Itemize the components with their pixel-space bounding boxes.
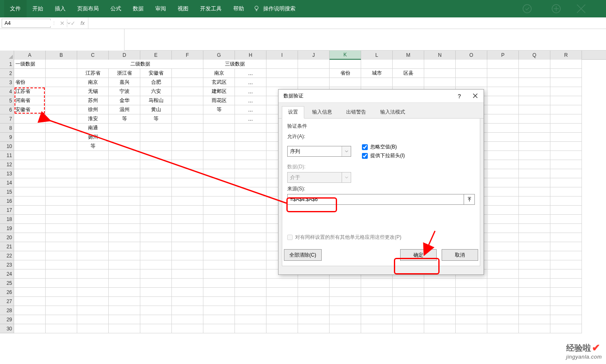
col-header-K[interactable]: K — [330, 51, 361, 60]
cell[interactable] — [456, 297, 487, 306]
cell[interactable] — [519, 269, 550, 279]
cell[interactable] — [266, 60, 298, 69]
cell[interactable]: 等 — [140, 114, 172, 124]
col-header-H[interactable]: H — [235, 51, 266, 60]
cell[interactable] — [424, 78, 456, 87]
cell[interactable] — [77, 242, 109, 251]
cell[interactable] — [550, 279, 582, 288]
cell[interactable] — [550, 288, 582, 297]
cell[interactable] — [487, 297, 519, 306]
cell[interactable] — [361, 60, 393, 69]
formula-input[interactable] — [88, 17, 606, 29]
cell[interactable]: … — [235, 87, 266, 96]
cell[interactable] — [487, 60, 519, 69]
cell[interactable] — [550, 69, 582, 78]
cell[interactable] — [14, 251, 46, 260]
row-header-18[interactable]: 18 — [0, 215, 14, 224]
cell[interactable] — [172, 160, 203, 169]
cell[interactable] — [172, 260, 203, 269]
col-header-F[interactable]: F — [172, 51, 203, 60]
cell[interactable] — [393, 78, 424, 87]
cell[interactable] — [550, 124, 582, 133]
cell[interactable] — [109, 288, 140, 297]
cell[interactable] — [46, 206, 77, 215]
cell[interactable] — [203, 297, 235, 306]
cell[interactable] — [203, 288, 235, 297]
cell[interactable] — [46, 251, 77, 260]
cell[interactable] — [519, 60, 550, 69]
allow-select[interactable]: 序列 — [287, 146, 351, 157]
tab-settings[interactable]: 设置 — [282, 106, 304, 119]
ignore-blank-input[interactable] — [362, 144, 368, 150]
cell[interactable] — [203, 224, 235, 233]
cell[interactable]: 城市 — [361, 69, 393, 78]
cell[interactable] — [14, 269, 46, 279]
cell[interactable] — [456, 60, 487, 69]
cell[interactable] — [77, 315, 109, 324]
cell[interactable] — [140, 124, 172, 133]
cell[interactable] — [109, 169, 140, 178]
cell[interactable] — [550, 206, 582, 215]
cell[interactable] — [109, 178, 140, 187]
cell[interactable] — [298, 324, 330, 333]
cell[interactable] — [550, 215, 582, 224]
cell[interactable] — [550, 78, 582, 87]
source-input[interactable] — [287, 194, 464, 205]
cell[interactable]: 省份 — [14, 78, 46, 87]
cell[interactable] — [487, 87, 519, 96]
cell[interactable] — [550, 60, 582, 69]
tell-me[interactable]: 操作说明搜索 — [253, 5, 296, 13]
cell[interactable] — [487, 124, 519, 133]
cell[interactable] — [519, 233, 550, 242]
cell[interactable] — [172, 206, 203, 215]
cell[interactable] — [235, 197, 266, 206]
cell[interactable] — [140, 233, 172, 242]
cell[interactable] — [46, 87, 77, 96]
chevron-down-icon[interactable] — [342, 146, 351, 156]
col-header-B[interactable]: B — [46, 51, 77, 60]
row-header-7[interactable]: 7 — [0, 114, 14, 124]
cell[interactable] — [361, 306, 393, 315]
cell[interactable] — [393, 315, 424, 324]
cell[interactable] — [235, 124, 266, 133]
cell[interactable] — [77, 324, 109, 333]
cell[interactable] — [519, 114, 550, 124]
tab-dev[interactable]: 开发工具 — [194, 0, 227, 17]
cell[interactable] — [14, 306, 46, 315]
cell[interactable] — [235, 178, 266, 187]
cell[interactable] — [46, 187, 77, 197]
cell[interactable] — [46, 142, 77, 151]
cell[interactable] — [140, 169, 172, 178]
cell[interactable] — [393, 306, 424, 315]
cell[interactable]: 南京 — [77, 78, 109, 87]
cell[interactable] — [14, 114, 46, 124]
tab-data[interactable]: 数据 — [127, 0, 149, 17]
cell[interactable] — [266, 297, 298, 306]
row-header-29[interactable]: 29 — [0, 315, 14, 324]
cell[interactable] — [203, 279, 235, 288]
cell[interactable] — [550, 242, 582, 251]
cell[interactable] — [77, 178, 109, 187]
tab-error[interactable]: 出错警告 — [340, 106, 372, 118]
cell[interactable] — [46, 151, 77, 160]
row-header-14[interactable]: 14 — [0, 178, 14, 187]
cell[interactable] — [46, 260, 77, 269]
row-header-30[interactable]: 30 — [0, 324, 14, 333]
row-header-11[interactable]: 11 — [0, 151, 14, 160]
cell[interactable] — [487, 279, 519, 288]
cell[interactable] — [109, 160, 140, 169]
cell[interactable] — [550, 178, 582, 187]
cell[interactable] — [172, 242, 203, 251]
col-header-C[interactable]: C — [77, 51, 109, 60]
cell[interactable] — [519, 160, 550, 169]
cell[interactable] — [14, 288, 46, 297]
cell[interactable] — [487, 324, 519, 333]
cell[interactable]: 徐州 — [77, 105, 109, 114]
cell[interactable] — [519, 315, 550, 324]
cell[interactable] — [519, 242, 550, 251]
cell[interactable]: 宁波 — [109, 87, 140, 96]
row-header-25[interactable]: 25 — [0, 279, 14, 288]
cell[interactable] — [266, 315, 298, 324]
cell[interactable] — [424, 306, 456, 315]
cancel-x-icon[interactable]: ✕ — [60, 20, 65, 27]
